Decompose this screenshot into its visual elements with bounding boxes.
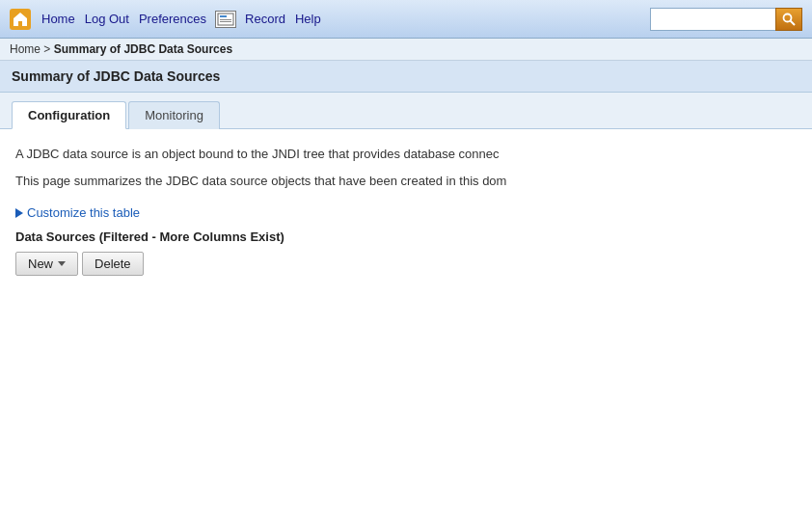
svg-rect-1: [220, 15, 227, 17]
breadcrumb: Home > Summary of JDBC Data Sources: [0, 39, 812, 61]
nav-record-link[interactable]: Record: [242, 12, 288, 26]
page-title-bar: Summary of JDBC Data Sources: [0, 61, 812, 93]
top-navigation: Home Log Out Preferences Record Help: [0, 0, 812, 39]
button-row: New Delete: [15, 252, 797, 276]
new-button[interactable]: New: [15, 252, 78, 276]
search-button[interactable]: [775, 8, 802, 31]
nav-preferences-link[interactable]: Preferences: [136, 12, 209, 26]
delete-button[interactable]: Delete: [82, 252, 144, 276]
record-icon: [215, 11, 236, 28]
page-title: Summary of JDBC Data Sources: [12, 68, 220, 84]
section-title: Data Sources (Filtered - More Columns Ex…: [15, 230, 797, 244]
svg-rect-2: [220, 19, 231, 20]
customize-arrow-icon: [15, 208, 23, 218]
description-line1: A JDBC data source is an object bound to…: [15, 145, 797, 164]
home-icon[interactable]: [10, 9, 31, 30]
svg-line-5: [791, 20, 796, 25]
search-input[interactable]: [650, 8, 775, 31]
breadcrumb-current: Summary of JDBC Data Sources: [54, 42, 232, 56]
data-sources-section: Data Sources (Filtered - More Columns Ex…: [15, 230, 797, 276]
description-line2: This page summarizes the JDBC data sourc…: [15, 172, 797, 191]
content-body: A JDBC data source is an object bound to…: [0, 129, 812, 287]
tab-monitoring[interactable]: Monitoring: [128, 101, 220, 129]
nav-help-link[interactable]: Help: [292, 12, 324, 26]
delete-button-label: Delete: [95, 256, 131, 271]
search-container: [650, 8, 802, 31]
breadcrumb-separator: >: [41, 42, 50, 56]
svg-point-4: [784, 14, 792, 21]
new-button-chevron-icon: [58, 261, 66, 266]
nav-home-link[interactable]: Home: [39, 12, 78, 26]
tab-configuration[interactable]: Configuration: [12, 101, 126, 129]
svg-rect-3: [220, 21, 231, 22]
nav-logout-link[interactable]: Log Out: [82, 12, 132, 26]
customize-table-link[interactable]: Customize this table: [15, 205, 797, 220]
tabs-container: Configuration Monitoring: [0, 93, 812, 129]
breadcrumb-home[interactable]: Home: [10, 42, 41, 56]
main-content: Summary of JDBC Data Sources Configurati…: [0, 61, 812, 513]
new-button-label: New: [28, 256, 53, 271]
customize-label: Customize this table: [27, 205, 140, 220]
